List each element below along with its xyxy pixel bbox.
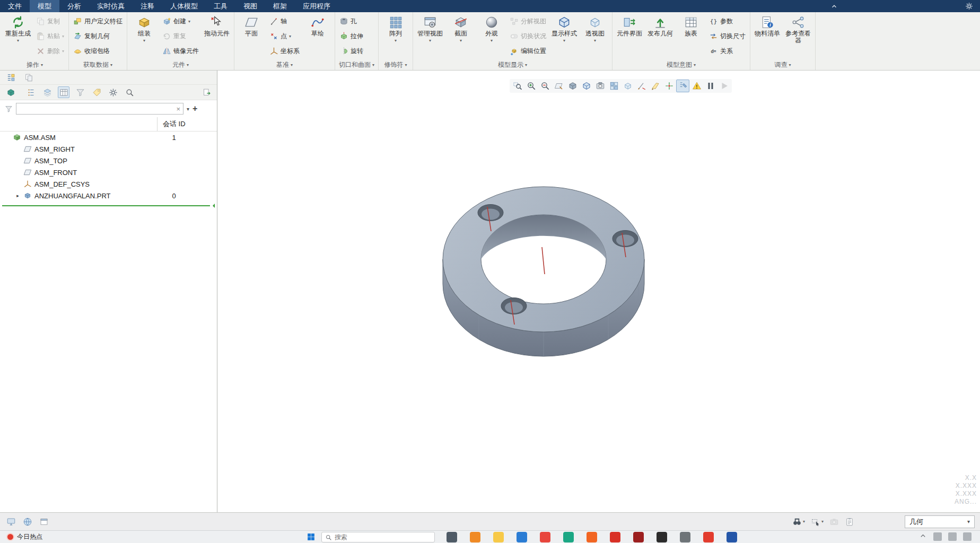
copy-geometry-button[interactable]: 复制几何: [71, 29, 125, 43]
taskbar-app-1[interactable]: [447, 532, 457, 542]
group-label-model-intent[interactable]: 模型意图▾: [612, 59, 750, 70]
flange-model[interactable]: [217, 71, 980, 512]
menu-tab-file[interactable]: 文件: [0, 0, 30, 12]
menu-tab-framework[interactable]: 框架: [265, 0, 295, 12]
assemble-button[interactable]: 组装▾: [129, 14, 160, 43]
clipboard-button[interactable]: [845, 517, 854, 527]
taskbar-app-5[interactable]: [540, 532, 550, 542]
menu-tab-manikin[interactable]: 人体模型: [162, 0, 206, 12]
selection-filter-dropdown[interactable]: 几何 ▾: [905, 515, 975, 528]
tree-item-asm-def-csys[interactable]: ASM_DEF_CSYS: [0, 178, 217, 190]
taskbar-app-9[interactable]: [633, 532, 644, 542]
family-table-button[interactable]: 族表: [676, 14, 706, 37]
group-label-component[interactable]: 元件▾: [127, 59, 234, 70]
regenerate-button[interactable]: 重新生成▾: [3, 14, 33, 43]
tree-item-asm-top[interactable]: ASM_TOP: [0, 155, 217, 167]
group-label-cut-and-surface[interactable]: 切口和曲面▾: [335, 59, 378, 70]
display-style-button[interactable]: 显示样式▾: [549, 14, 580, 43]
taskbar-app-12[interactable]: [703, 532, 714, 542]
expand-arrow-icon[interactable]: ▸: [15, 193, 21, 198]
navigator-toggle-button[interactable]: [5, 516, 17, 528]
layer-tree-button[interactable]: [41, 86, 53, 98]
session-id-column-header[interactable]: 会话 ID: [157, 117, 215, 131]
group-label-datum[interactable]: 基准▾: [234, 59, 335, 70]
taskbar-app-2[interactable]: [470, 532, 480, 542]
drag-components-button[interactable]: 拖动元件: [202, 14, 232, 37]
graphics-area[interactable]: X.XX.XXXX.XXXANG...: [217, 71, 980, 512]
taskbar-app-4[interactable]: [517, 532, 527, 542]
perspective-button[interactable]: 透视图▾: [580, 14, 610, 43]
tree-item-asm-front[interactable]: ASM_FRONT: [0, 167, 217, 178]
section-button[interactable]: 截面▾: [445, 14, 476, 43]
folder-browser-button[interactable]: [23, 72, 34, 83]
tree-style-button[interactable]: [91, 86, 102, 98]
taskbar-app-8[interactable]: [610, 532, 620, 542]
menu-tab-annotate[interactable]: 注释: [133, 0, 162, 12]
mirror-component-button[interactable]: 镜像元件: [160, 43, 202, 58]
tree-item-asm-root[interactable]: ASM.ASM1: [0, 132, 217, 143]
switch-dimensions-button[interactable]: 切换尺寸: [706, 29, 748, 43]
manage-views-button[interactable]: 管理视图▾: [415, 14, 445, 43]
taskbar-search-input[interactable]: [335, 533, 431, 541]
copy-button[interactable]: 复制: [33, 14, 67, 29]
component-interface-button[interactable]: 元件界面: [614, 14, 645, 37]
repeat-button[interactable]: 重复: [160, 29, 202, 43]
revolve-button[interactable]: 旋转: [337, 43, 366, 58]
paste-button[interactable]: 粘贴▾: [33, 29, 67, 43]
edit-position-button[interactable]: 编辑位置: [507, 43, 549, 58]
accessory-window-button[interactable]: [38, 516, 50, 528]
web-browser-button[interactable]: [22, 516, 33, 528]
settings-gear-button[interactable]: [962, 0, 976, 12]
add-filter-button[interactable]: +: [192, 104, 197, 113]
point-button[interactable]: 点▾: [267, 29, 302, 43]
tray-3-button[interactable]: [963, 532, 972, 541]
publish-geometry-button[interactable]: 发布几何: [645, 14, 676, 37]
taskbar-app-11[interactable]: [680, 532, 690, 542]
taskbar-search[interactable]: [321, 532, 435, 542]
tray-chevron-button[interactable]: [919, 532, 927, 541]
tree-search-button[interactable]: [124, 86, 135, 98]
tree-filter-input[interactable]: [19, 104, 176, 113]
group-label-operations[interactable]: 操作▾: [1, 59, 68, 70]
insertion-indicator[interactable]: [2, 204, 215, 208]
plane-button[interactable]: 平面: [236, 14, 267, 37]
flange-ring-body[interactable]: [443, 187, 644, 356]
toggle-status-button[interactable]: 切换状况: [507, 29, 549, 43]
tree-filters-button[interactable]: [74, 86, 86, 98]
windows-start-button[interactable]: [307, 532, 316, 543]
bill-of-materials-button[interactable]: i物料清单: [752, 14, 783, 37]
model-tree-toggle-button[interactable]: [5, 72, 16, 83]
clear-filter-icon[interactable]: ×: [176, 106, 180, 112]
taskbar-app-13[interactable]: [727, 532, 737, 542]
pattern-button[interactable]: 阵列▾: [380, 14, 411, 43]
column-display-button[interactable]: [58, 86, 69, 98]
appearance-button[interactable]: 外观▾: [476, 14, 507, 43]
user-defined-feature-button[interactable]: 用户定义特征: [71, 14, 125, 29]
taskbar-app-6[interactable]: [563, 532, 574, 542]
delete-button[interactable]: 删除▾: [33, 43, 67, 58]
relations-button[interactable]: d=关系: [706, 43, 748, 58]
create-button[interactable]: 创建▾: [160, 14, 202, 29]
box-select-button[interactable]: ▾: [811, 517, 824, 527]
exploded-view-button[interactable]: 分解视图: [507, 14, 549, 29]
snapshot-button[interactable]: [829, 517, 839, 527]
ribbon-collapse-button[interactable]: [827, 0, 841, 12]
menu-tab-tools[interactable]: 工具: [206, 0, 235, 12]
tree-settings-button[interactable]: [107, 86, 119, 98]
taskbar-app-3[interactable]: [493, 532, 504, 542]
reference-viewer-button[interactable]: 参考查看器: [783, 14, 813, 44]
shrinkwrap-button[interactable]: 收缩包络: [71, 43, 125, 58]
coordinate-system-button[interactable]: 坐标系: [267, 43, 302, 58]
tree-mode-button[interactable]: [5, 86, 16, 98]
filter-dropdown-button[interactable]: ▾: [187, 106, 189, 112]
taskbar-app-10[interactable]: [657, 532, 667, 542]
group-label-model-display[interactable]: 模型显示▾: [413, 59, 612, 70]
hole-button[interactable]: 孔: [337, 14, 366, 29]
parameters-button[interactable]: {}参数: [706, 14, 748, 29]
menu-tab-view[interactable]: 视图: [235, 0, 265, 12]
tree-item-anzhuangfalan-prt[interactable]: ▸ANZHUANGFALAN.PRT0: [0, 190, 217, 202]
tray-1-button[interactable]: [933, 532, 942, 541]
taskbar-app-7[interactable]: [587, 532, 597, 542]
find-button[interactable]: ▾: [792, 517, 805, 527]
tray-2-button[interactable]: [948, 532, 957, 541]
